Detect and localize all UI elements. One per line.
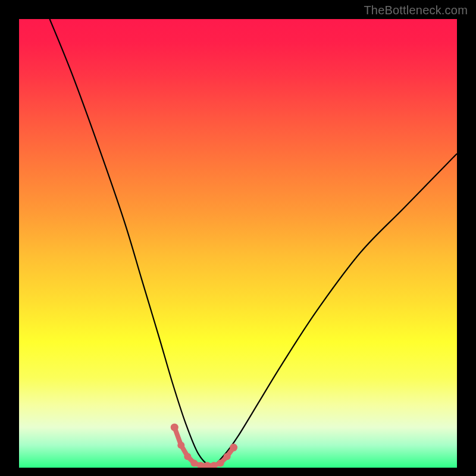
watermark-text: TheBottleneck.com: [364, 4, 468, 17]
marker-dot: [224, 453, 231, 460]
marker-dot: [217, 459, 224, 466]
marker-dot: [171, 424, 178, 431]
chart-plot-area: [19, 19, 457, 468]
marker-dot: [177, 441, 184, 449]
marker-dot: [184, 453, 191, 460]
chart-svg: [19, 19, 457, 468]
bottleneck-curve: [50, 19, 457, 465]
marker-dot: [230, 444, 237, 452]
marker-dot: [190, 459, 198, 466]
